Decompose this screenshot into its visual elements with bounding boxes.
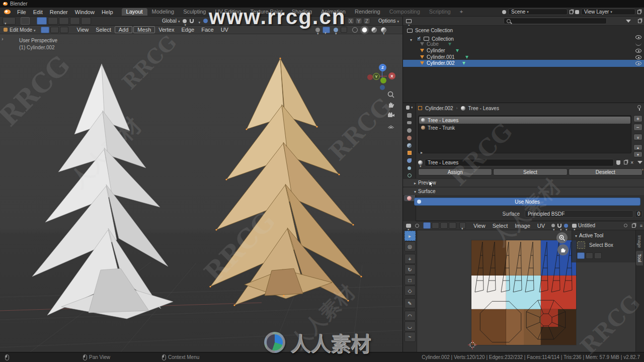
tab-compositing[interactable]: Compositing [385, 8, 425, 16]
proportional-editing-icon[interactable] [203, 19, 208, 23]
uv-proportional-icon[interactable] [564, 224, 568, 228]
tab-view-layer-properties[interactable] [406, 127, 413, 133]
material-name-field[interactable]: Tree - Leaves [425, 159, 614, 166]
gizmo-y-neg[interactable] [380, 77, 386, 83]
tab-physics-properties[interactable] [406, 172, 413, 178]
surface-shader-dropdown[interactable]: Principled BSDF [525, 210, 633, 218]
uv-tool-move[interactable]: + [405, 254, 416, 264]
select-subtract-icon[interactable] [59, 17, 69, 25]
sidebar-tab-tool[interactable]: Tool [636, 251, 643, 265]
outliner-editor-dropdown[interactable] [406, 19, 412, 23]
new-image-icon[interactable] [632, 224, 635, 228]
face-select-mode-icon[interactable] [60, 27, 68, 33]
select-invert-icon[interactable] [70, 17, 80, 25]
fake-user-icon[interactable] [616, 160, 620, 165]
gizmo-z-neg[interactable] [380, 85, 385, 90]
tab-scene-properties[interactable] [406, 135, 413, 141]
uv-texture-image[interactable] [471, 240, 576, 345]
tab-world-properties[interactable] [406, 142, 413, 148]
gizmo-x-axis[interactable]: X [388, 72, 395, 79]
gizmo-z-axis[interactable]: Z [379, 64, 386, 71]
gizmo-y-axis[interactable]: Y [373, 73, 380, 80]
tab-rendering[interactable]: Rendering [350, 8, 385, 16]
tab-layout[interactable]: Layout [122, 8, 147, 16]
vp-menu-select[interactable]: Select [92, 27, 115, 33]
uv-menu-select[interactable]: Select [489, 223, 512, 229]
outliner-row-cylinder-002[interactable]: Cylinder.002 [403, 60, 644, 67]
preview-panel-header[interactable]: Preview [403, 178, 644, 187]
tab-material-properties[interactable] [404, 195, 415, 201]
outliner-new-collection-icon[interactable] [638, 19, 641, 23]
select-button[interactable]: Select [493, 168, 567, 175]
uv-tool-grab[interactable]: ◠ [405, 311, 416, 321]
uv-editor-type-dropdown[interactable] [406, 224, 411, 228]
mirror-z-toggle[interactable]: Z [363, 18, 370, 24]
uv-menu-uv[interactable]: UV [534, 223, 548, 229]
blender-logo-icon[interactable] [4, 10, 11, 14]
uv-menu-image[interactable]: Image [511, 223, 534, 229]
xray-toggle-icon[interactable] [341, 27, 347, 33]
shading-rendered-icon[interactable] [381, 27, 386, 33]
tab-particles-properties[interactable] [406, 165, 413, 171]
vp-menu-edge[interactable]: Edge [178, 27, 198, 33]
new-scene-icon[interactable] [570, 10, 573, 14]
uv-edge-select-icon[interactable] [432, 222, 439, 229]
uv-tool-box-select[interactable]: ▸ [405, 231, 416, 241]
viewport-3d[interactable]: Edit Mode View Select Add Mesh Vertex Ed… [0, 26, 403, 352]
box-select-tool-icon[interactable] [21, 17, 30, 25]
unlink-material-icon[interactable]: × [630, 160, 633, 165]
image-name[interactable]: Untitled [578, 223, 595, 228]
outliner-search-input[interactable] [504, 18, 607, 24]
eye-icon-cylinder-001[interactable] [635, 55, 641, 59]
menu-file[interactable]: File [14, 9, 30, 15]
move-slot-down-button[interactable]: ▼ [633, 151, 642, 157]
outliner-row-cube[interactable]: Cube [420, 41, 451, 47]
pin-icon[interactable] [637, 105, 641, 109]
uv-pivot-dropdown[interactable] [551, 224, 555, 227]
tab-sculpting[interactable]: Sculpting [179, 8, 210, 16]
assign-button[interactable]: Assign [418, 168, 492, 175]
eye-closed-icon-cube[interactable] [635, 43, 641, 46]
gizmo-x-neg[interactable] [367, 74, 373, 80]
uv-tool-pinch[interactable]: ~ [405, 332, 416, 342]
menu-edit[interactable]: Edit [30, 9, 46, 15]
mirror-y-toggle[interactable]: Y [355, 18, 362, 24]
uv-tool-annotate[interactable]: ✎ [405, 298, 416, 308]
tree-white[interactable] [32, 64, 173, 319]
uv-menu-view[interactable]: View [470, 223, 489, 229]
mirror-x-toggle[interactable]: X [347, 18, 354, 24]
breadcrumb-object[interactable]: Cylinder.002 [425, 106, 453, 111]
browse-material-icon[interactable] [418, 160, 423, 165]
eye-icon-collection[interactable] [635, 35, 641, 39]
image-pin-icon[interactable] [624, 224, 627, 227]
sidebar-tab-image[interactable]: Image [636, 232, 643, 251]
uv-snap-icon[interactable] [557, 224, 561, 228]
tab-render-properties[interactable] [406, 112, 413, 118]
image-browse-icon[interactable] [572, 224, 577, 228]
use-nodes-button[interactable]: Use Nodes [414, 198, 640, 206]
outliner-filter-icon[interactable] [626, 20, 631, 23]
scene-selector[interactable]: Scene [508, 9, 568, 15]
tab-modeling[interactable]: Modeling [147, 8, 179, 16]
options-dropdown[interactable]: Options [378, 18, 399, 24]
tool-mode-subtract-icon[interactable] [594, 252, 602, 259]
uv-face-select-icon[interactable] [440, 222, 448, 229]
select-intersect-icon[interactable] [81, 17, 91, 25]
vertex-select-mode-icon[interactable] [41, 27, 49, 33]
duplicate-material-icon[interactable] [624, 160, 627, 164]
shader-users-count[interactable]: 0 [635, 210, 642, 218]
select-extend-icon[interactable] [48, 17, 58, 25]
vp-snap-icon[interactable] [323, 27, 330, 33]
remove-material-slot-button[interactable]: − [633, 124, 642, 131]
uv-2d-cursor[interactable] [467, 340, 477, 350]
select-new-icon[interactable] [37, 17, 47, 25]
tab-animation[interactable]: Animation [316, 8, 350, 16]
uv-tool-cursor[interactable]: ◎ [405, 241, 416, 251]
vp-menu-mesh[interactable]: Mesh [133, 26, 155, 33]
vp-menu-vertex[interactable]: Vertex [155, 27, 178, 33]
tab-object-properties[interactable] [406, 150, 413, 156]
view-layer-selector[interactable]: View Layer [581, 9, 635, 15]
tool-mode-new-icon[interactable] [577, 252, 585, 259]
tab-shading[interactable]: Shading [287, 8, 316, 16]
shading-material-icon[interactable] [371, 27, 377, 33]
